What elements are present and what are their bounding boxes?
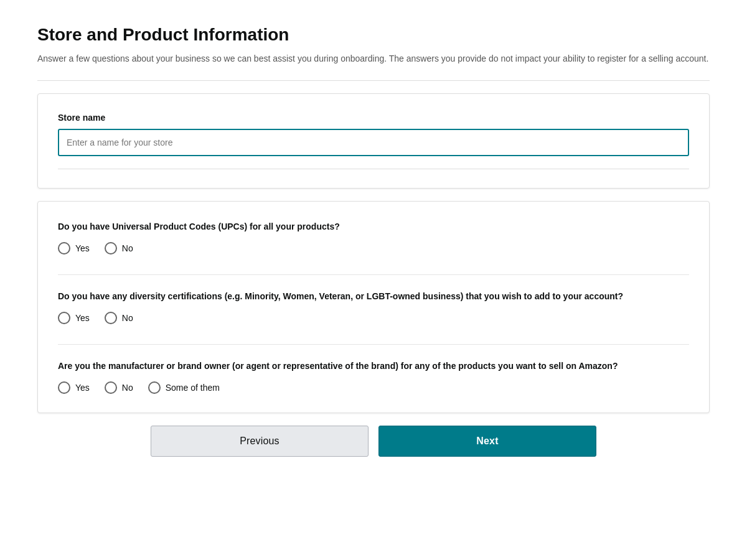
question3-yes-label: Yes (75, 383, 90, 393)
question3-yes-radio[interactable] (58, 381, 70, 394)
question1-section: Do you have Universal Product Codes (UPC… (58, 220, 689, 254)
question3-text: Are you the manufacturer or brand owner … (58, 360, 689, 373)
top-divider (37, 80, 710, 81)
questions-card: Do you have Universal Product Codes (UPC… (37, 201, 710, 413)
question2-no-label: No (122, 313, 133, 323)
question2-no-option[interactable]: No (105, 312, 133, 324)
question3-no-radio[interactable] (105, 381, 117, 394)
previous-button[interactable]: Previous (151, 426, 369, 457)
question1-yes-option[interactable]: Yes (58, 242, 90, 254)
question2-radio-group: Yes No (58, 312, 689, 324)
question1-text: Do you have Universal Product Codes (UPC… (58, 220, 689, 233)
question3-no-option[interactable]: No (105, 381, 133, 394)
question2-yes-option[interactable]: Yes (58, 312, 90, 324)
question1-yes-radio[interactable] (58, 242, 70, 254)
question2-section: Do you have any diversity certifications… (58, 290, 689, 324)
page-description: Answer a few questions about your busine… (37, 52, 710, 65)
button-bar: Previous Next (37, 426, 710, 457)
store-name-label: Store name (58, 113, 689, 123)
question1-no-option[interactable]: No (105, 242, 133, 254)
question3-some-label: Some of them (166, 383, 220, 393)
q1-q2-divider (58, 274, 689, 275)
page-title: Store and Product Information (37, 25, 710, 45)
question2-no-radio[interactable] (105, 312, 117, 324)
question1-no-label: No (122, 243, 133, 253)
question3-some-radio[interactable] (148, 381, 161, 394)
next-button[interactable]: Next (378, 426, 596, 457)
question2-yes-label: Yes (75, 313, 90, 323)
question3-yes-option[interactable]: Yes (58, 381, 90, 394)
question3-radio-group: Yes No Some of them (58, 381, 689, 394)
store-name-card: Store name (37, 93, 710, 189)
store-card-divider (58, 169, 689, 169)
question2-yes-radio[interactable] (58, 312, 70, 324)
question3-no-label: No (122, 383, 133, 393)
question1-yes-label: Yes (75, 243, 90, 253)
question2-text: Do you have any diversity certifications… (58, 290, 689, 303)
question1-no-radio[interactable] (105, 242, 117, 254)
question3-section: Are you the manufacturer or brand owner … (58, 360, 689, 394)
question3-some-option[interactable]: Some of them (148, 381, 220, 394)
q2-q3-divider (58, 344, 689, 345)
store-name-input[interactable] (58, 129, 689, 156)
question1-radio-group: Yes No (58, 242, 689, 254)
